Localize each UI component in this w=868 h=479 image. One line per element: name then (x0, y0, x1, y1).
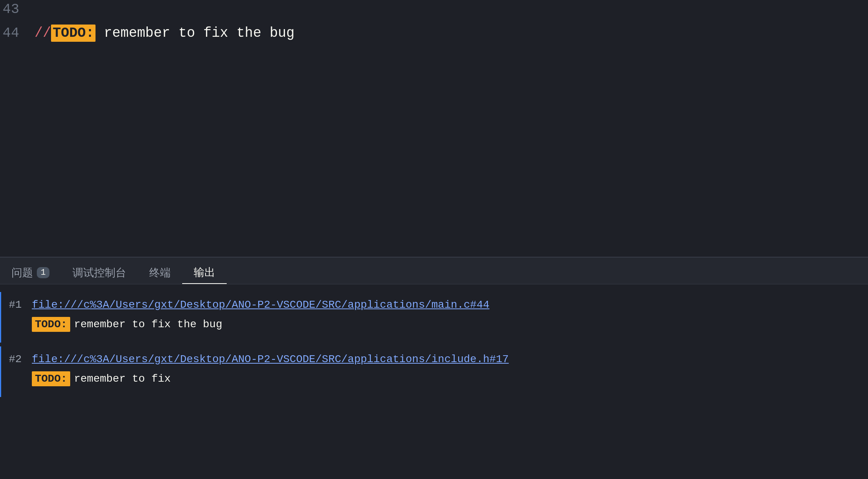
line-content-44: //TODO: remember to fix the bug (31, 25, 868, 41)
tab-terminal-label: 终端 (149, 266, 171, 280)
output-item-1-header: #1 file:///c%3A/Users/gxt/Desktop/ANO-P2… (1, 296, 868, 314)
comment-text-editor: remember to fix the bug (96, 25, 294, 41)
output-panel: #1 file:///c%3A/Users/gxt/Desktop/ANO-P2… (0, 284, 868, 479)
output-item-2-file[interactable]: file:///c%3A/Users/gxt/Desktop/ANO-P2-VS… (32, 353, 509, 365)
tab-terminal[interactable]: 终端 (138, 261, 182, 284)
todo-keyword-1: TODO: (32, 317, 70, 332)
tab-problems[interactable]: 问题 1 (0, 261, 61, 284)
editor-area: 43 44 //TODO: remember to fix the bug (0, 0, 868, 257)
todo-keyword-editor: TODO: (51, 25, 96, 42)
output-item-2: #2 file:///c%3A/Users/gxt/Desktop/ANO-P2… (0, 346, 868, 397)
output-item-1: #1 file:///c%3A/Users/gxt/Desktop/ANO-P2… (0, 292, 868, 343)
output-item-1-file[interactable]: file:///c%3A/Users/gxt/Desktop/ANO-P2-VS… (32, 299, 489, 311)
line-number-44: 44 (0, 25, 31, 41)
output-item-2-message: remember to fix (74, 373, 171, 385)
output-item-2-header: #2 file:///c%3A/Users/gxt/Desktop/ANO-P2… (1, 350, 868, 368)
output-item-2-number: #2 (9, 353, 32, 365)
comment-slash: // (35, 25, 51, 41)
code-line-43: 43 (0, 0, 868, 24)
output-item-2-body: TODO: remember to fix (1, 368, 868, 389)
panel-tabs: 问题 1 调试控制台 终端 输出 (0, 258, 868, 284)
line-number-43: 43 (0, 2, 31, 17)
tab-debug-console[interactable]: 调试控制台 (61, 261, 138, 284)
tab-problems-label: 问题 (12, 266, 33, 280)
tab-output[interactable]: 输出 (182, 261, 227, 284)
output-item-1-body: TODO: remember to fix the bug (1, 314, 868, 335)
tab-debug-console-label: 调试控制台 (72, 266, 126, 280)
output-item-1-number: #1 (9, 299, 32, 311)
tab-output-label: 输出 (194, 265, 215, 280)
todo-keyword-2: TODO: (32, 371, 70, 386)
output-item-1-message: remember to fix the bug (74, 318, 222, 330)
tab-problems-badge: 1 (37, 267, 49, 278)
code-line-44: 44 //TODO: remember to fix the bug (0, 24, 868, 48)
